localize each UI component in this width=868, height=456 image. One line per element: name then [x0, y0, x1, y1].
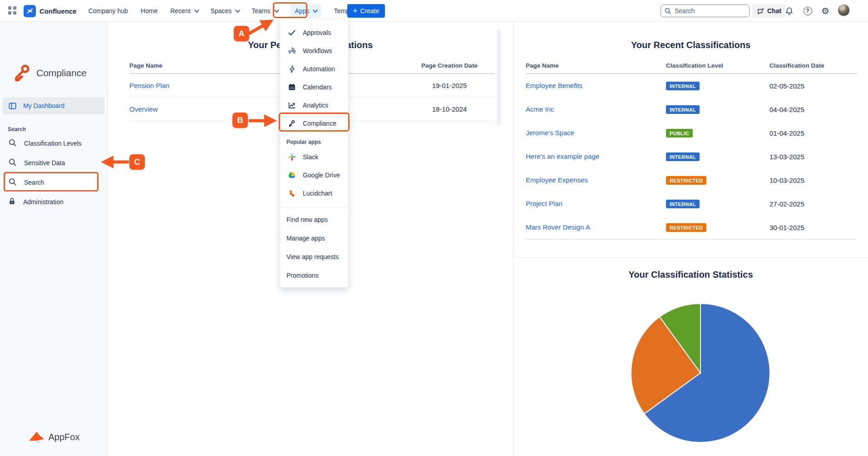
scrollbar[interactable] [497, 29, 501, 125]
menu-item-google-drive[interactable]: Google Drive [280, 166, 348, 184]
lock-icon [8, 197, 16, 206]
apps-dropdown-menu: ApprovalsWorkflowsAutomationCalendarsAna… [280, 20, 349, 288]
menu-item-compliance[interactable]: Compliance [280, 114, 348, 132]
search-icon [8, 177, 17, 187]
classification-pie-chart [630, 303, 771, 443]
statistics-title: Your Classification Statistics [513, 270, 868, 280]
classification-date: 27-02-2025 [769, 200, 857, 208]
popular-apps-label: Popular apps [280, 132, 348, 148]
sidebar-app-title: Compliance [36, 68, 87, 78]
classification-date: 30-01-2025 [769, 224, 857, 231]
page-link[interactable]: Employee Expenses [526, 176, 588, 184]
classification-level-badge: PUBLIC [666, 129, 693, 137]
column-header-page-creation-date: Page Creation Date [404, 62, 495, 69]
app-switcher-icon[interactable] [8, 6, 17, 15]
help-icon[interactable]: ? [802, 5, 813, 16]
menu-divider [280, 207, 348, 207]
table-row: Mars Rover Design ARESTRICTED30-01-2025 [526, 216, 857, 239]
sidebar-item-my-dashboard[interactable]: My Dashboard [3, 97, 104, 114]
user-avatar[interactable] [838, 4, 850, 16]
column-header-classification-level: Classification Level [666, 62, 769, 69]
compliance-sidebar: Compliance My Dashboard Search Classific… [0, 22, 108, 456]
sidebar-item-administration[interactable]: Administration [0, 192, 108, 211]
compliance-app-logo: Compliance [12, 63, 87, 83]
page-creation-date: 18-10-2024 [404, 105, 495, 113]
page-link[interactable]: Project Plan [526, 200, 562, 207]
workflows-icon [287, 47, 296, 55]
classification-date: 10-03-2025 [769, 177, 857, 184]
page-link[interactable]: Jerome's Space [526, 129, 574, 137]
page-link[interactable]: Pension Plan [129, 82, 169, 89]
sidebar-items: Classification LevelsSensitive DataSearc… [0, 133, 108, 211]
sidebar-item-search[interactable]: Search [0, 172, 108, 192]
chat-icon [757, 7, 764, 15]
classification-level-badge: INTERNAL [666, 152, 700, 161]
marker-b: B [232, 113, 248, 128]
classification-level-badge: INTERNAL [666, 105, 700, 114]
page-link[interactable]: Overview [129, 105, 158, 113]
classification-level-badge: INTERNAL [666, 82, 700, 90]
chevron-down-icon [313, 8, 318, 13]
menu-link-promotions[interactable]: Promotions [280, 266, 348, 284]
classification-level-badge: RESTRICTED [666, 176, 706, 185]
menu-link-manage-apps[interactable]: Manage apps [280, 229, 348, 247]
nav-item-company-hub[interactable]: Company hub [89, 7, 128, 15]
nav-item-spaces[interactable]: Spaces [211, 7, 239, 15]
calendar-icon [287, 83, 296, 91]
page-link[interactable]: Mars Rover Design A [526, 223, 590, 231]
page-link[interactable]: Here's an example page [526, 152, 599, 160]
menu-item-slack[interactable]: Slack [280, 148, 348, 166]
sidebar-item-sensitive-data[interactable]: Sensitive Data [0, 153, 108, 172]
key-icon [12, 63, 33, 83]
classification-date: 01-04-2025 [769, 129, 857, 137]
sidebar-footer: AppFox Compliance settings [0, 430, 108, 456]
marker-a: A [234, 26, 249, 41]
menu-item-analytics[interactable]: Analytics [280, 96, 348, 114]
search-input[interactable] [661, 5, 750, 17]
product-name: Confluence [39, 7, 77, 15]
notifications-bell-icon[interactable] [784, 5, 794, 16]
menu-item-approvals[interactable]: Approvals [280, 24, 348, 42]
lightning-icon [287, 65, 296, 73]
menu-item-automation[interactable]: Automation [280, 60, 348, 78]
table-row: Jerome's SpacePUBLIC01-04-2025 [526, 121, 857, 145]
nav-item-teams[interactable]: Teams [252, 7, 277, 15]
page-creation-date: 19-01-2025 [404, 82, 495, 89]
plus-icon: + [353, 7, 358, 15]
appfox-brand-name: AppFox [49, 432, 80, 442]
menu-link-view-app-requests[interactable]: View app requests [280, 247, 348, 266]
menu-item-lucidchart[interactable]: Lucidchart [280, 184, 348, 202]
page-link[interactable]: Employee Benefits [526, 82, 582, 89]
search-icon [8, 158, 17, 168]
classification-date: 13-03-2025 [769, 153, 857, 161]
column-header-classification-date: Classification Date [769, 62, 857, 69]
settings-gear-icon[interactable]: ⚙ [820, 5, 831, 16]
menu-link-find-new-apps[interactable]: Find new apps [280, 210, 348, 229]
create-button[interactable]: + Create [347, 4, 385, 18]
classification-date: 02-05-2025 [769, 82, 857, 90]
page-link[interactable]: Acme Inc [526, 105, 554, 113]
sidebar-section-label: Search [8, 126, 26, 132]
nav-item-home[interactable]: Home [141, 7, 158, 15]
marker-c: C [129, 154, 145, 170]
confluence-logo-icon[interactable] [24, 5, 36, 17]
sidebar-item-classification-levels[interactable]: Classification Levels [0, 133, 108, 153]
dashboard-icon [8, 102, 17, 110]
chat-button[interactable]: Chat [752, 4, 786, 18]
top-navigation: Confluence Company hubHomeRecentSpacesTe… [0, 0, 868, 22]
section-divider [513, 257, 868, 258]
recent-title: Your Recent Classifications [513, 40, 868, 50]
lucidchart-icon [287, 189, 296, 197]
nav-item-recent[interactable]: Recent [170, 7, 197, 15]
classification-level-badge: RESTRICTED [666, 223, 706, 232]
sidebar-item-label: My Dashboard [23, 102, 64, 109]
nav-item-apps[interactable]: Apps [291, 4, 321, 18]
menu-item-calendars[interactable]: Calendars [280, 78, 348, 96]
table-row: Employee ExpensesRESTRICTED10-03-2025 [526, 168, 857, 192]
menu-item-workflows[interactable]: Workflows [280, 42, 348, 60]
table-row: Employee BenefitsINTERNAL02-05-2025 [526, 74, 857, 98]
search-icon [8, 138, 17, 148]
classification-level-badge: INTERNAL [666, 200, 700, 208]
table-row: Here's an example pageINTERNAL13-03-2025 [526, 145, 857, 168]
appfox-fox-icon [28, 430, 45, 444]
